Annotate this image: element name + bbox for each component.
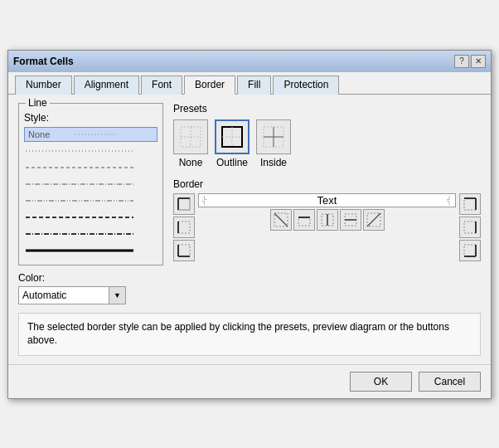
- border-diag-up-btn[interactable]: [363, 209, 385, 231]
- line-style-none[interactable]: None: [24, 127, 157, 142]
- dialog-title: Format Cells: [13, 56, 74, 67]
- line-style-dot1[interactable]: [24, 144, 157, 158]
- line-style-dashdotdot1[interactable]: [24, 193, 157, 208]
- right-panel: Presets None: [173, 103, 481, 304]
- style-label: Style:: [24, 112, 157, 124]
- border-left-buttons: [173, 193, 195, 261]
- border-top-right-btn[interactable]: [459, 193, 481, 215]
- border-left-btn[interactable]: [173, 217, 195, 238]
- ok-button[interactable]: OK: [350, 372, 412, 392]
- border-vertical-btn[interactable]: [317, 209, 338, 231]
- line-none-svg: [50, 129, 116, 139]
- preset-none-icon: [173, 119, 208, 154]
- tab-protection[interactable]: Protection: [273, 75, 339, 95]
- close-title-btn[interactable]: ✕: [471, 55, 486, 68]
- preset-inside-icon: [256, 119, 291, 154]
- preset-none[interactable]: None: [173, 119, 208, 168]
- preset-none-label: None: [179, 157, 203, 168]
- presets-label: Presets: [173, 103, 481, 114]
- border-bottom-left-btn[interactable]: [173, 240, 195, 261]
- color-dropdown[interactable]: Automatic ▼: [18, 286, 126, 304]
- help-text: The selected border style can be applied…: [27, 321, 449, 347]
- format-cells-dialog: Format Cells ? ✕ Number Alignment Font B…: [7, 50, 492, 399]
- line-style-dashdot1[interactable]: [24, 177, 157, 192]
- corner-br: ┘: [447, 196, 452, 203]
- preset-inside-label: Inside: [260, 157, 287, 168]
- dialog-footer: OK Cancel: [8, 364, 491, 398]
- cancel-button[interactable]: Cancel: [419, 372, 481, 392]
- line-style-dash1[interactable]: [24, 160, 157, 175]
- border-bottom-right-btn[interactable]: [459, 240, 481, 261]
- line-style-medium-dash[interactable]: [24, 210, 157, 225]
- border-preview-col: ┐ ┐ └ ┘ Text: [198, 193, 456, 231]
- tab-number[interactable]: Number: [15, 75, 72, 95]
- tab-fill[interactable]: Fill: [237, 75, 271, 95]
- svg-line-34: [367, 213, 380, 226]
- svg-rect-17: [178, 198, 190, 210]
- svg-rect-40: [464, 245, 476, 256]
- svg-line-26: [274, 213, 288, 226]
- help-title-btn[interactable]: ?: [454, 55, 469, 68]
- line-style-solid-thick[interactable]: [24, 243, 157, 258]
- line-styles-list: None: [24, 127, 157, 258]
- color-arrow-icon[interactable]: ▼: [109, 287, 125, 304]
- color-section: Color: Automatic ▼: [18, 272, 163, 304]
- preset-outline[interactable]: Outline: [215, 119, 250, 168]
- border-horizontal-btn[interactable]: [340, 209, 361, 231]
- border-preview[interactable]: ┐ ┐ └ ┘ Text: [198, 193, 456, 207]
- preset-outline-icon: [215, 119, 250, 154]
- border-top-left-btn[interactable]: [173, 193, 195, 215]
- preset-inside[interactable]: Inside: [256, 119, 291, 168]
- tab-font[interactable]: Font: [141, 75, 182, 95]
- preview-text: Text: [317, 194, 337, 207]
- svg-rect-20: [178, 222, 190, 233]
- border-right-btn[interactable]: [459, 217, 481, 238]
- color-value: Automatic: [19, 290, 109, 301]
- tab-bar: Number Alignment Font Border Fill Protec…: [8, 72, 491, 95]
- svg-rect-38: [464, 222, 476, 233]
- color-label: Color:: [18, 272, 163, 284]
- line-group: Line Style: None: [18, 103, 163, 265]
- svg-rect-27: [298, 217, 310, 226]
- left-panel: Line Style: None: [18, 103, 163, 304]
- corner-bl: └: [202, 196, 207, 203]
- border-diag-down-btn[interactable]: [270, 209, 292, 231]
- border-label: Border: [173, 178, 481, 190]
- line-style-medium-dashdot[interactable]: [24, 226, 157, 241]
- presets-row: None Outline: [173, 119, 481, 168]
- tab-alignment[interactable]: Alignment: [74, 75, 139, 95]
- svg-rect-35: [464, 198, 476, 210]
- title-bar: Format Cells ? ✕: [8, 51, 491, 72]
- border-right-buttons: [459, 193, 481, 261]
- preset-outline-label: Outline: [216, 157, 248, 168]
- border-area: ┐ ┐ └ ┘ Text: [173, 193, 481, 261]
- border-top-btn[interactable]: [293, 209, 315, 231]
- svg-rect-22: [178, 245, 190, 256]
- help-text-section: The selected border style can be applied…: [18, 313, 481, 356]
- border-bottom-buttons: [198, 209, 456, 231]
- tab-content: Line Style: None: [8, 95, 491, 364]
- two-column-layout: Line Style: None: [18, 103, 481, 304]
- line-group-label: Line: [26, 97, 50, 109]
- tab-border[interactable]: Border: [184, 75, 235, 95]
- title-bar-buttons: ? ✕: [454, 55, 486, 68]
